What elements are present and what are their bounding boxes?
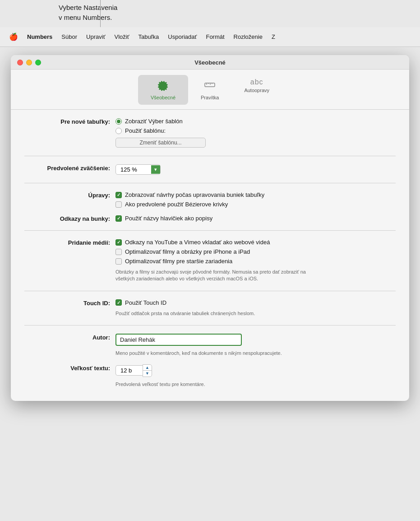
traffic-lights <box>17 60 41 65</box>
controls-text-size: 12 b ▲ ▼ Predvolená veľkosť textu pre ko… <box>115 364 396 388</box>
label-suggestions: Zobrazovať návrhy počas upravovania buni… <box>125 191 264 198</box>
close-button[interactable] <box>17 60 23 65</box>
controls-touchid: Použiť Touch ID Použiť odtlačok prsta na… <box>115 299 396 317</box>
tab-pravitka[interactable]: Pravítka <box>188 75 231 105</box>
setting-row-zoom: Predvolené zväčšenie: 125 % ▾ <box>24 161 396 178</box>
svg-rect-0 <box>205 83 215 87</box>
label-older: Optimalizovať filmy pre staršie zariaden… <box>125 258 232 265</box>
label-editing: Úpravy: <box>24 191 110 199</box>
label-show-chooser: Zobraziť Výber šablón <box>125 118 183 125</box>
tab-vseobecne-label: Všeobecné <box>151 95 175 100</box>
setting-row-author: Autor: Meno použité v komentároch, keď n… <box>24 330 396 360</box>
radio-row-use-template: Použiť šablónu: <box>115 127 396 134</box>
menu-tabulka[interactable]: Tabuľka <box>134 32 164 42</box>
dialog-title: Všeobecné <box>194 59 226 66</box>
apple-menu[interactable]: 🍎 <box>5 31 23 43</box>
checkbox-iphone[interactable] <box>115 249 122 255</box>
stepper-up-button[interactable]: ▲ <box>143 365 152 371</box>
tab-autoopravy[interactable]: abc Autoopravy <box>231 75 282 105</box>
settings-content: Pre nové tabuľky: Zobraziť Výber šablón … <box>11 110 409 401</box>
media-desc: Obrázky a filmy si zachovajú svoje pôvod… <box>115 269 314 283</box>
text-size-desc: Predvolená veľkosť textu pre komentáre. <box>115 381 314 388</box>
checkbox-row-header-names: Použiť názvy hlavičiek ako popisy <box>115 215 396 222</box>
menu-z[interactable]: Z <box>267 32 280 42</box>
label-iphone: Optimalizovať filmy a obrázky pre iPhone… <box>125 248 250 255</box>
menubar: 🍎 Numbers Súbor Upraviť Vložiť Tabuľka U… <box>0 27 420 47</box>
ruler-icon <box>203 79 216 93</box>
controls-author: Meno použité v komentároch, keď na dokum… <box>115 334 396 357</box>
menu-rozlozenie[interactable]: Rozloženie <box>229 32 267 42</box>
controls-media: Odkazy na YouTube a Vimeo vkladať ako we… <box>115 239 396 283</box>
label-text-size: Veľkosť textu: <box>24 364 110 372</box>
maximize-button[interactable] <box>35 60 41 65</box>
setting-row-templates: Pre nové tabuľky: Zobraziť Výber šablón … <box>24 114 396 151</box>
label-touchid-option: Použiť Touch ID <box>125 299 166 306</box>
annotation-line <box>100 0 101 27</box>
menu-upravit[interactable]: Upraviť <box>82 32 110 42</box>
toolbar: Všeobecné Pravítka abc Autoopravy <box>11 70 409 105</box>
zoom-dropdown[interactable]: 125 % ▾ <box>115 164 161 175</box>
checkbox-row-bezier: Ako predvolené použiť Bézierove krivky <box>115 201 396 208</box>
stepper-buttons: ▲ ▼ <box>143 364 152 377</box>
checkbox-older[interactable] <box>115 258 122 265</box>
menu-vlozit[interactable]: Vložiť <box>110 32 134 42</box>
author-desc: Meno použité v komentároch, keď na dokum… <box>115 350 314 357</box>
menu-format[interactable]: Formát <box>201 32 229 42</box>
checkbox-row-youtube: Odkazy na YouTube a Vimeo vkladať ako we… <box>115 239 396 246</box>
label-youtube: Odkazy na YouTube a Vimeo vkladať ako we… <box>125 239 270 246</box>
radio-use-template[interactable] <box>115 128 122 134</box>
zoom-value: 125 % <box>116 165 151 174</box>
menu-numbers[interactable]: Numbers <box>23 32 57 42</box>
author-input[interactable] <box>115 334 242 346</box>
checkbox-row-iphone: Optimalizovať filmy a obrázky pre iPhone… <box>115 248 396 255</box>
text-size-value: 12 b <box>115 365 143 376</box>
controls-cell-refs: Použiť názvy hlavičiek ako popisy <box>115 215 396 222</box>
preferences-dialog: Všeobecné Všeobecné Pr <box>11 55 409 401</box>
setting-row-text-size: Veľkosť textu: 12 b ▲ ▼ Predvolená veľko… <box>24 361 396 392</box>
checkbox-bezier[interactable] <box>115 201 122 208</box>
label-bezier: Ako predvolené použiť Bézierove krivky <box>125 201 228 208</box>
checkbox-row-older: Optimalizovať filmy pre staršie zariaden… <box>115 258 396 265</box>
gear-icon <box>157 79 169 93</box>
label-media: Pridanie médií: <box>24 239 110 246</box>
text-size-stepper: 12 b ▲ ▼ <box>115 364 396 377</box>
label-header-names: Použiť názvy hlavičiek ako popisy <box>125 215 212 222</box>
controls-zoom: 125 % ▾ <box>115 164 396 175</box>
stepper-down-button[interactable]: ▼ <box>143 371 152 377</box>
label-templates: Pre nové tabuľky: <box>24 118 110 125</box>
label-touchid: Touch ID: <box>24 299 110 307</box>
setting-row-editing: Úpravy: Zobrazovať návrhy počas upravova… <box>24 188 396 211</box>
label-zoom: Predvolené zväčšenie: <box>24 164 110 172</box>
checkbox-suggestions[interactable] <box>115 192 122 198</box>
label-cell-refs: Odkazy na bunky: <box>24 215 110 222</box>
setting-row-media: Pridanie médií: Odkazy na YouTube a Vime… <box>24 235 396 286</box>
tab-vseobecne[interactable]: Všeobecné <box>138 75 188 105</box>
checkbox-touchid[interactable] <box>115 299 122 306</box>
checkbox-row-suggestions: Zobrazovať návrhy počas upravovania buni… <box>115 191 396 198</box>
dialog-titlebar: Všeobecné <box>11 55 409 70</box>
annotation-text: Vyberte Nastavenia v menu Numbers. <box>59 3 420 23</box>
setting-row-touchid: Touch ID: Použiť Touch ID Použiť odtlačo… <box>24 296 396 321</box>
tab-pravitka-label: Pravítka <box>201 95 219 100</box>
checkbox-row-touchid: Použiť Touch ID <box>115 299 396 306</box>
tab-autoopravy-label: Autoopravy <box>244 88 269 93</box>
change-template-button[interactable]: Zmeniť šablónu... <box>115 138 206 148</box>
zoom-chevron-icon[interactable]: ▾ <box>151 165 160 174</box>
menu-usporiadat[interactable]: Usporiadať <box>163 32 201 42</box>
checkbox-header-names[interactable] <box>115 215 122 222</box>
radio-show-chooser[interactable] <box>115 118 122 125</box>
checkbox-youtube[interactable] <box>115 239 122 246</box>
radio-row-show-chooser: Zobraziť Výber šablón <box>115 118 396 125</box>
text-icon: abc <box>250 79 263 86</box>
setting-row-cell-refs: Odkazy na bunky: Použiť názvy hlavičiek … <box>24 211 396 226</box>
label-author: Autor: <box>24 334 110 341</box>
label-use-template: Použiť šablónu: <box>125 127 166 134</box>
touchid-desc: Použiť odtlačok prsta na otváranie tabul… <box>115 310 314 317</box>
minimize-button[interactable] <box>26 60 32 65</box>
controls-templates: Zobraziť Výber šablón Použiť šablónu: Zm… <box>115 118 396 148</box>
menu-subor[interactable]: Súbor <box>57 32 82 42</box>
controls-editing: Zobrazovať návrhy počas upravovania buni… <box>115 191 396 208</box>
